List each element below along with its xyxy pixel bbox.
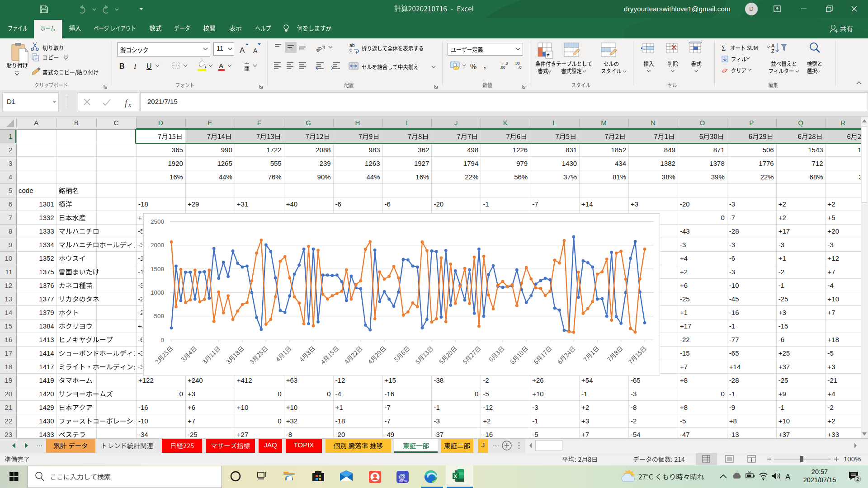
svg-text:0: 0 xyxy=(160,337,164,343)
svg-text:1500: 1500 xyxy=(151,266,164,272)
svg-text:2500: 2500 xyxy=(151,218,164,225)
svg-text:2000: 2000 xyxy=(151,242,164,249)
svg-text:1000: 1000 xyxy=(151,289,164,296)
svg-text:500: 500 xyxy=(154,313,164,319)
